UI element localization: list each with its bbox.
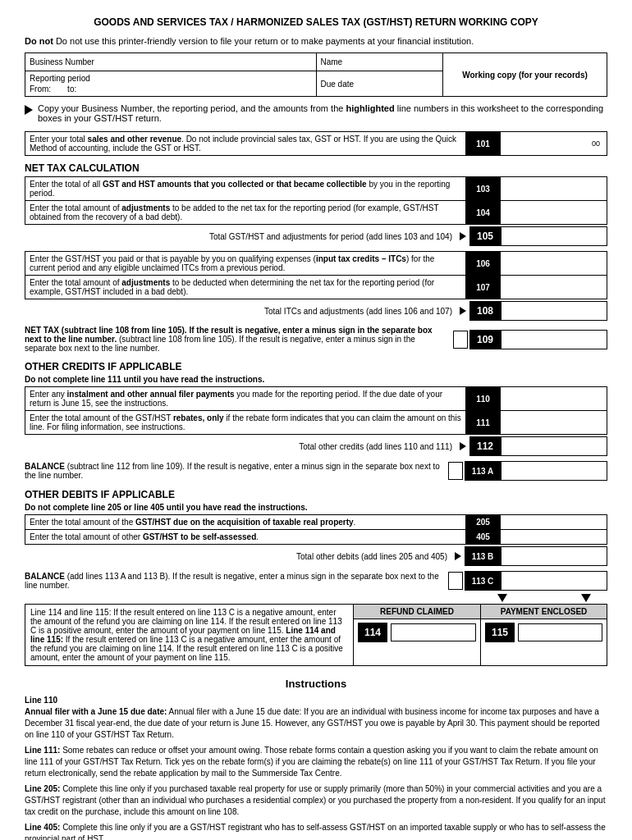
other-debits-instruction: Do not complete line 205 or line 405 unt… xyxy=(25,503,607,512)
line205-row: Enter the total amount of the GST/HST du… xyxy=(25,515,607,530)
total113b-arrow-icon xyxy=(455,552,461,560)
line109-label: NET TAX (subtract line 108 from line 105… xyxy=(25,326,453,353)
other-debits-table: Enter the total amount of the GST/HST du… xyxy=(25,514,607,545)
refund-claimed-box: REFUND CLAIMED 114 xyxy=(353,604,480,666)
due-date-label: Due date xyxy=(321,80,355,89)
line114-input[interactable] xyxy=(391,623,476,641)
line114-number: 114 xyxy=(358,623,387,642)
line106-input[interactable] xyxy=(501,252,607,276)
line109-number: 109 xyxy=(469,330,501,349)
line114-row: 114 xyxy=(354,619,480,646)
total105-row: Total GST/HST and adjustments for period… xyxy=(25,225,607,248)
line115-number: 115 xyxy=(485,623,515,642)
refund-claimed-header: REFUND CLAIMED xyxy=(354,605,480,619)
payment-enclosed-box: PAYMENT ENCLOSED 115 xyxy=(480,604,607,666)
line107-number: 107 xyxy=(466,276,501,299)
line111-desc: Enter the total amount of the GST/HST re… xyxy=(30,413,461,431)
refund-payment-desc: Line 114 and line 115: If the result ent… xyxy=(25,604,353,666)
other-credits-instruction: Do not complete line 111 until you have … xyxy=(25,375,607,384)
line111-input[interactable] xyxy=(501,411,607,435)
business-number-label: Business Number xyxy=(30,57,94,66)
line113a-input[interactable] xyxy=(501,461,607,481)
copy-notice: Copy your Business Number, the reporting… xyxy=(25,103,607,123)
line110-row: Enter any instalment and other annual fi… xyxy=(25,387,607,411)
line113c-number: 113 C xyxy=(465,571,501,591)
line113b-input[interactable] xyxy=(501,546,607,566)
to-label: to: xyxy=(67,84,76,94)
line103-row: Enter the total of all GST and HST amoun… xyxy=(25,177,607,201)
line104-row: Enter the total amount of adjustments to… xyxy=(25,201,607,225)
name-label: Name xyxy=(321,57,343,66)
line111-instruction: Line 111: Some rebates can reduce or off… xyxy=(25,745,607,779)
payment-enclosed-header: PAYMENT ENCLOSED xyxy=(481,605,607,619)
line109-input[interactable] xyxy=(501,330,607,349)
line110-number: 110 xyxy=(466,387,501,411)
line101-input[interactable]: 00 xyxy=(501,132,607,156)
line106-number: 106 xyxy=(466,252,501,276)
refund-down-arrow-icon xyxy=(497,594,507,602)
line103-input[interactable] xyxy=(501,177,607,201)
line111-row: Enter the total amount of the GST/HST re… xyxy=(25,411,607,435)
instructions-section: Instructions Line 110 Annual filer with … xyxy=(25,678,607,840)
line111-number: 111 xyxy=(466,411,501,435)
total112-arrow-icon xyxy=(460,442,466,450)
header-form-table: Business Number Name Working copy (for y… xyxy=(25,52,607,97)
line107-input[interactable] xyxy=(501,276,607,299)
line405-desc: Enter the total amount of other GST/HST … xyxy=(30,532,259,541)
line113a-sign-box[interactable] xyxy=(448,462,463,480)
line101-desc: Enter your total sales and other revenue… xyxy=(30,135,456,153)
line112-input[interactable] xyxy=(501,436,607,456)
total108-row: Total ITCs and adjustments (add lines 10… xyxy=(25,299,607,322)
total108-label: Total ITCs and adjustments (add lines 10… xyxy=(25,307,456,316)
line108-input[interactable] xyxy=(501,301,607,321)
refund-payment-section: Line 114 and line 115: If the result ent… xyxy=(25,604,607,666)
instructions-title: Instructions xyxy=(25,678,607,690)
other-credits-title: OTHER CREDITS IF APPLICABLE xyxy=(25,361,607,372)
working-copy-label: Working copy (for your records) xyxy=(462,71,588,80)
do-not-use-notice: Do not Do not use this printer-friendly … xyxy=(25,36,607,46)
line113c-label: BALANCE (add lines 113 A and 113 B). If … xyxy=(25,572,448,590)
line405-number: 405 xyxy=(466,530,501,545)
line103-desc: Enter the total of all GST and HST amoun… xyxy=(30,180,450,198)
total105-label: Total GST/HST and adjustments for period… xyxy=(25,232,456,241)
line405-row: Enter the total amount of other GST/HST … xyxy=(25,530,607,545)
line107-row: Enter the total amount of adjustments to… xyxy=(25,276,607,299)
line113b-number: 113 B xyxy=(465,546,501,566)
total113b-label: Total other debits (add lines 205 and 40… xyxy=(25,552,451,561)
line101-table: Enter your total sales and other revenue… xyxy=(25,131,607,156)
line110-input[interactable] xyxy=(501,387,607,411)
other-credits-table: Enter any instalment and other annual fi… xyxy=(25,386,607,435)
line205-instruction: Line 205: Complete this line only if you… xyxy=(25,783,607,818)
line113c-input[interactable] xyxy=(501,571,607,591)
line104-desc: Enter the total amount of adjustments to… xyxy=(30,203,438,221)
down-arrows xyxy=(25,594,607,602)
line205-input[interactable] xyxy=(501,515,607,530)
other-debits-title: OTHER DEBITS IF APPLICABLE xyxy=(25,489,607,500)
line109-sign-box[interactable] xyxy=(453,331,468,349)
line113c-sign-box[interactable] xyxy=(448,572,463,590)
line113c-row: BALANCE (add lines 113 A and 113 B). If … xyxy=(25,571,607,591)
line108-number: 108 xyxy=(469,301,501,321)
line205-number: 205 xyxy=(466,515,501,530)
payment-down-arrow-icon xyxy=(581,594,591,602)
line115-input[interactable] xyxy=(518,623,602,641)
net-tax-table: Enter the total of all GST and HST amoun… xyxy=(25,176,607,225)
line115-row: 115 xyxy=(481,619,607,646)
line106-row: Enter the GST/HST you paid or that is pa… xyxy=(25,252,607,276)
net-tax-title: NET TAX CALCULATION xyxy=(25,162,607,174)
line113a-number: 113 A xyxy=(465,461,501,481)
line405-input[interactable] xyxy=(501,530,607,545)
line107-desc: Enter the total amount of adjustments to… xyxy=(30,278,434,296)
line103-number: 103 xyxy=(466,177,501,201)
line405-instruction: Line 405: Complete this line only if you… xyxy=(25,822,607,840)
line105-input[interactable] xyxy=(501,226,607,246)
line105-number: 105 xyxy=(469,226,501,246)
total112-label: Total other credits (add lines 110 and 1… xyxy=(25,442,456,451)
line101-number: 101 xyxy=(466,132,501,156)
reporting-period-label: Reporting period xyxy=(30,74,312,83)
total113b-row: Total other debits (add lines 205 and 40… xyxy=(25,545,607,568)
copy-notice-arrow-icon xyxy=(25,105,33,115)
line104-input[interactable] xyxy=(501,201,607,225)
line113a-row: BALANCE (subtract line 112 from line 109… xyxy=(25,461,607,481)
from-label: From: xyxy=(30,84,51,94)
